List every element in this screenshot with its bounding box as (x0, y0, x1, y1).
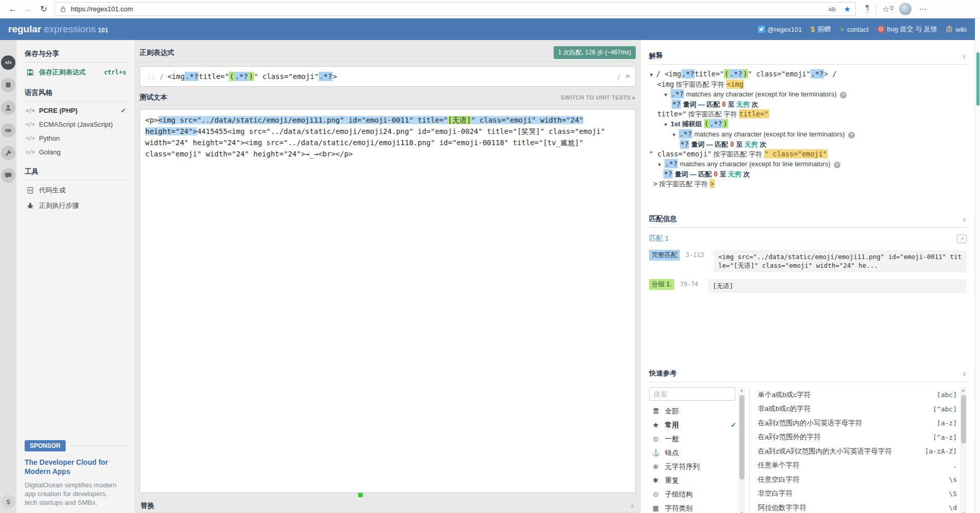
chevron-down-icon[interactable]: ∨ (962, 370, 967, 378)
bug-icon (26, 202, 34, 209)
collapse-triangle-icon[interactable]: ▼ (672, 132, 676, 137)
test-text: <p> (145, 116, 158, 124)
quickref-entry[interactable]: 在a到z范围外的字符[^a-z] (758, 430, 957, 445)
help-icon[interactable]: ? (834, 162, 840, 168)
code-icon: </> (26, 108, 34, 113)
match-steps-badge: 1 次匹配, 126 步 (~467ms) (554, 46, 636, 59)
rail-code-icon[interactable]: </> (1, 55, 15, 70)
explanation-line: *? 量词 — 匹配 0 至 无穷 次 (649, 169, 967, 179)
collapse-triangle-icon[interactable]: ▼ (663, 122, 668, 127)
collapse-triangle-icon[interactable]: ▼ (657, 162, 662, 167)
save-regex-button[interactable]: 保存正则表达式 ctrl+s (25, 65, 127, 80)
quickref-entry[interactable]: 阿拉伯数字字符\d (758, 501, 957, 513)
export-icon[interactable]: ↗ (957, 234, 967, 243)
quickref-category[interactable]: ⚓锚点 (649, 446, 738, 460)
collapse-triangle-icon[interactable]: ▼ (663, 92, 668, 97)
quickref-entry-scrollbar[interactable]: ▲ ▼ (960, 387, 967, 513)
header-link-bug-report[interactable]: ☹bug 提交 与 反馈 (877, 25, 937, 34)
rail-user-icon[interactable] (1, 101, 15, 115)
header-link-label: 捐赠 (817, 25, 831, 34)
avatar[interactable] (899, 3, 912, 15)
search-input[interactable] (649, 387, 735, 401)
category-label: 常用 (665, 421, 679, 430)
match-1-link[interactable]: 匹配 1 (649, 234, 669, 243)
address-bar[interactable]: https://regex101.com aあ ★ (54, 2, 856, 16)
quickref-category[interactable]: ⊕元字符序列 (649, 460, 738, 473)
collapse-triangle-icon[interactable]: ▼ (649, 72, 654, 77)
forward-icon[interactable]: → (21, 5, 36, 14)
quickref-entry[interactable]: 非a或b或c的字符[^abc] (758, 402, 957, 417)
entry-code: \S (949, 490, 957, 498)
flavor-item[interactable]: </>Golang (25, 145, 127, 159)
flags-icon[interactable]: ⚑ (626, 72, 630, 81)
flavor-item[interactable]: </>Python (25, 131, 127, 145)
sponsor-badge: SPONSOR (25, 440, 66, 451)
explanation-text: 无穷 (728, 170, 741, 178)
back-icon[interactable]: ← (5, 5, 21, 14)
site-logo[interactable]: regular expressions 101 (8, 24, 108, 35)
quickref-entry[interactable]: 非空白字符\S (758, 487, 957, 501)
rail-chat-icon[interactable] (1, 168, 15, 183)
favorite-star-icon[interactable]: ★ (844, 5, 851, 14)
tool-item[interactable]: 代码生成 (25, 183, 127, 198)
flavor-label: Golang (39, 148, 61, 156)
entry-description: 任意空白字符 (758, 475, 799, 484)
quickref-category[interactable]: ✱重复 (649, 473, 738, 487)
page-scrollbar[interactable] (975, 18, 980, 513)
scroll-up-icon[interactable]: ▲ (738, 388, 745, 392)
header-link-donate[interactable]: $捐赠 (811, 25, 831, 34)
explanation-text: / (828, 70, 836, 78)
sponsor-title-link[interactable]: The Developer Cloud for Modern Apps (25, 458, 112, 476)
flavor-item[interactable]: </>ECMAScript (JavaScript) (25, 117, 127, 131)
quickref-category[interactable]: ⊙子组结构 (649, 487, 738, 501)
chevron-down-icon[interactable]: ∨ (962, 52, 967, 60)
url-text[interactable]: https://regex101.com (71, 5, 829, 13)
regex-segment: ) (248, 72, 253, 81)
header-link-contact[interactable]: ➤contact (839, 26, 869, 33)
quickref-category[interactable]: 全部 (649, 404, 738, 418)
tool-item[interactable]: 正则执行步骤 (25, 198, 127, 213)
rail-wrench-icon[interactable] (1, 146, 15, 160)
drag-handle-icon[interactable]: ⋮⋮ (145, 73, 154, 81)
quickref-entry[interactable]: 任意空白字符\s (758, 472, 957, 487)
explanation-text: <img (726, 80, 744, 89)
match-chip: 分组 1. (649, 279, 674, 290)
translate-icon[interactable]: aあ (829, 6, 837, 13)
scroll-up-icon[interactable]: ▲ (960, 388, 967, 392)
star-icon: ★ (652, 421, 660, 429)
quickref-entry[interactable]: 在a到z范围内的小写英语字母字符[a-z] (758, 416, 957, 430)
rail-book-icon[interactable] (1, 78, 15, 92)
header-link-twitter[interactable]: @regex101 (758, 26, 802, 33)
explanation-text: 至 (726, 101, 736, 108)
quickref-entry[interactable]: 在a到z或A到Z范围内的大小写英语字母字符[a-zA-Z] (758, 444, 957, 459)
explanation-text: 按字面匹配 字符 (712, 150, 764, 158)
quickref-entry[interactable]: 任意单个字符. (758, 459, 957, 473)
switch-to-unit-tests-link[interactable]: SWITCH TO UNIT TESTS ▸ (561, 94, 636, 101)
scrollbar-thumb[interactable] (739, 395, 744, 480)
help-icon[interactable]: ? (848, 132, 855, 139)
flavor-title: 语言风格 (25, 88, 127, 102)
regex-pattern[interactable]: <img.*?title="(.*?)" class="emoji".*?> (167, 72, 337, 81)
test-text-area[interactable]: <p><img src="../data/static/emoji/emoji1… (140, 109, 636, 493)
chevron-up-icon[interactable]: ∧ (630, 502, 635, 510)
quickref-category[interactable]: ⊙一般 (649, 432, 738, 446)
dollar-rail-icon[interactable]: $ (1, 495, 15, 509)
quickref-category-scrollbar[interactable]: ▲ ▼ (738, 387, 745, 513)
quickref-entry[interactable]: 单个a或b或c字符[abc] (758, 388, 957, 402)
header-link-wiki[interactable]: wiki (946, 25, 967, 34)
help-icon[interactable]: ? (840, 92, 847, 98)
more-icon[interactable]: ⋯ (919, 5, 927, 14)
rail-gamepad-icon[interactable] (1, 123, 15, 137)
scrollbar-thumb[interactable] (961, 395, 966, 444)
refresh-icon[interactable]: ↻ (36, 4, 51, 14)
resize-grip[interactable] (358, 493, 363, 497)
regex-input[interactable]: ⋮⋮ / <img.*?title="(.*?)" class="emoji".… (140, 66, 636, 87)
quickref-category[interactable]: ★常用✓ (649, 418, 738, 432)
scrollbar-thumb[interactable] (976, 52, 979, 106)
explanation-text: .*? (811, 69, 824, 78)
favorites-hub-icon[interactable]: ☆☰ (883, 5, 893, 14)
reader-icon[interactable]: ¶→ (865, 5, 870, 13)
chevron-down-icon[interactable]: ∨ (962, 215, 967, 223)
quickref-category[interactable]: ▦字符类别 (649, 501, 738, 513)
flavor-item[interactable]: </>PCRE (PHP)✓ (25, 104, 127, 117)
